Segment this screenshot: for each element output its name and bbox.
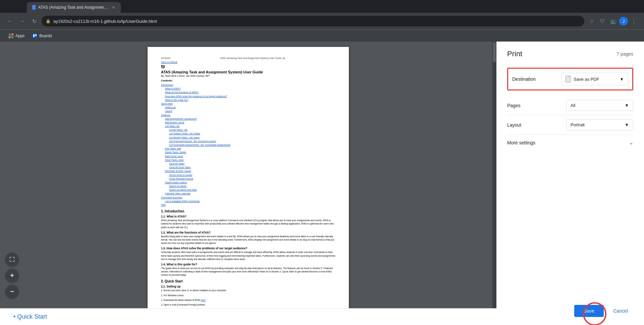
address-bar[interactable]: 🔒 ay1920s2-cs2113t-m16-1.github.io/tp/Us… [42, 16, 584, 26]
quickstart-text4: 2. Open a cmd (Command Prompt) window. [161, 303, 335, 307]
pdf-scrollbar-thumb[interactable] [493, 42, 496, 62]
guard-btn[interactable]: 🛡 [598, 16, 607, 26]
toc-link[interactable]: Search by Name and Date [169, 188, 335, 192]
quickstart-text3: 1. Download the latest release of ATAS h… [161, 299, 335, 302]
pdf-contents-label: Contents: [161, 79, 335, 82]
toc-link[interactable]: List of available ATAS commands [165, 199, 335, 203]
pdf-scrollbar[interactable] [492, 42, 496, 325]
toc-link[interactable]: List Today's Tasks: -list -today [169, 132, 335, 135]
bookmark-apps[interactable]: Apps [5, 32, 28, 40]
forward-btn[interactable]: → [17, 16, 27, 26]
toc-link[interactable]: How does ATAS solve the problems of our … [165, 94, 335, 98]
pdf-area: + − 4/4/2020 ATAS (Amazing Task and Assi… [0, 42, 496, 325]
more-settings-chevron: ⌄ [629, 139, 633, 146]
quickstart-text1: 1. Ensure you have Java 11 or above inst… [161, 289, 335, 292]
toc-link[interactable]: What is this guide for? [165, 98, 335, 102]
svg-rect-17 [10, 260, 10, 262]
print-buttons: Save Cancel [574, 305, 633, 317]
pages-dropdown[interactable]: All ▼ [566, 100, 633, 111]
user-avatar[interactable]: J [619, 17, 628, 25]
atas-download-link[interactable]: here [201, 299, 206, 301]
destination-value: Save as PDF [574, 77, 599, 82]
toc-link[interactable]: List All Tasks: -list [169, 128, 335, 132]
pdf-header-center: ATAS (Amazing Task and Assignment System… [220, 57, 285, 59]
svg-rect-6 [9, 37, 10, 38]
zoom-in-btn[interactable]: + [5, 269, 19, 282]
toc-link[interactable]: Setting up [165, 106, 335, 109]
layout-dropdown[interactable]: Portrait ▼ [566, 119, 633, 130]
toc-link[interactable]: Quick Start [161, 102, 335, 106]
cast-btn[interactable]: 📺 [608, 16, 618, 26]
tab-title: ATAS (Amazing Task and Assignment System… [38, 5, 109, 10]
toc-link[interactable]: Introduction [161, 83, 335, 87]
toc-link[interactable]: Edit Tasks: edit [165, 147, 335, 150]
toc-link[interactable]: Layout [165, 109, 335, 113]
nav-bar: ← → ↻ 🔒 ay1920s2-cs2113t-m16-1.github.io… [0, 13, 644, 29]
section-target: 1.3. How does ATAS solve the problems of… [161, 247, 335, 250]
apps-label: Apps [15, 34, 24, 38]
toc-link[interactable]: Clear All Tasks [169, 162, 335, 166]
print-header: Print 7 pages [507, 50, 633, 58]
zoom-out-btn[interactable]: − [5, 285, 19, 298]
website-footer-bar: • Quick Start [0, 308, 496, 325]
target-text: University students often have piles of … [161, 251, 335, 261]
save-button[interactable]: Save [574, 305, 604, 317]
svg-rect-1 [10, 34, 12, 35]
toc-link[interactable]: Add Events: event [165, 121, 335, 124]
boards-label: Boards [39, 34, 52, 38]
section-what-is-atas: 1.1. What is ATAS? [161, 215, 335, 218]
pdf-main-title: ATAS (Amazing Task and Assignment System… [161, 70, 335, 74]
pdf-controls: + − [5, 253, 19, 298]
quick-start-link[interactable]: • Quick Start [13, 313, 47, 320]
toc-link[interactable]: Mark Done: done [165, 154, 335, 158]
bookmark-btn[interactable]: ☆ [587, 16, 596, 26]
svg-rect-10 [33, 34, 35, 37]
pdf-header: 4/4/2020 ATAS (Amazing Task and Assignme… [161, 57, 335, 59]
destination-dropdown[interactable]: Save as PDF ▼ [561, 73, 628, 85]
tab-bar: ATAS (Amazing Task and Assignment System… [0, 0, 644, 13]
more-btn[interactable]: ⋮ [629, 16, 639, 26]
quickstart-section: 2. Quick Start [161, 279, 335, 283]
tab-close-btn[interactable]: ✕ [112, 5, 115, 10]
toc-link[interactable]: Search tasks: search [165, 181, 335, 184]
toc-link[interactable]: List Tasks: list [165, 124, 335, 128]
tab-favicon [32, 5, 36, 10]
bookmarks-bar: Apps Boards [0, 29, 644, 42]
toc-link[interactable]: Reminder Events: repeat [165, 169, 335, 173]
more-settings-row[interactable]: More settings ⌄ [507, 135, 633, 150]
section-functions: 1.2. What are the functions of ATAS? [161, 231, 335, 234]
toc-link[interactable]: What is ATAS? [165, 87, 335, 90]
intro-text: ATAS (Amazing Task and Assignment System… [161, 219, 335, 229]
fit-page-btn[interactable] [5, 253, 19, 266]
toc-link[interactable]: List Upcoming Events: -list -upcoming ev… [169, 139, 335, 143]
pages-label: Pages [507, 103, 521, 108]
cancel-button[interactable]: Cancel [608, 305, 633, 317]
apps-icon [9, 34, 13, 38]
svg-rect-15 [14, 257, 14, 259]
toc-link[interactable]: Set an event to repeat [169, 173, 335, 177]
svg-rect-4 [10, 35, 12, 37]
back-btn[interactable]: ← [5, 16, 15, 26]
toc-link[interactable]: FAQ [161, 203, 335, 207]
lock-icon: 🔒 [46, 19, 51, 23]
toc-link[interactable]: Unset Repeating Event [169, 177, 335, 181]
toc-link[interactable]: Features [161, 113, 335, 117]
toc-link[interactable]: Command Summary [161, 196, 335, 199]
toc-link[interactable]: What are the functions of ATAS? [165, 90, 335, 94]
toc-link[interactable]: List Weekly Tasks: -list -week [169, 136, 335, 139]
pages-option: Pages All ▼ [507, 96, 633, 115]
toc-link[interactable]: Delete Tasks: delete [165, 150, 335, 154]
toc-link[interactable]: Clear All Done Tasks [169, 166, 335, 169]
bookmark-boards[interactable]: Boards [29, 32, 55, 40]
toc-link[interactable]: Calendar View: calendar [165, 192, 335, 195]
svg-rect-0 [9, 34, 10, 35]
toc-link[interactable]: Search by Name [169, 184, 335, 188]
save-btn-wrapper: Save [574, 305, 604, 317]
toc-link[interactable]: List Incomplete Assignments: -list -inco… [169, 143, 335, 147]
reload-btn[interactable]: ↻ [30, 16, 39, 26]
view-on-github-link[interactable]: View on GitHub [161, 61, 177, 63]
pdf-tp-title: tp [161, 64, 335, 69]
active-tab[interactable]: ATAS (Amazing Task and Assignment System… [27, 2, 121, 13]
toc-link[interactable]: Add Assignments: assignment [165, 117, 335, 121]
toc-link[interactable]: Clear Tasks: clear [165, 158, 335, 162]
